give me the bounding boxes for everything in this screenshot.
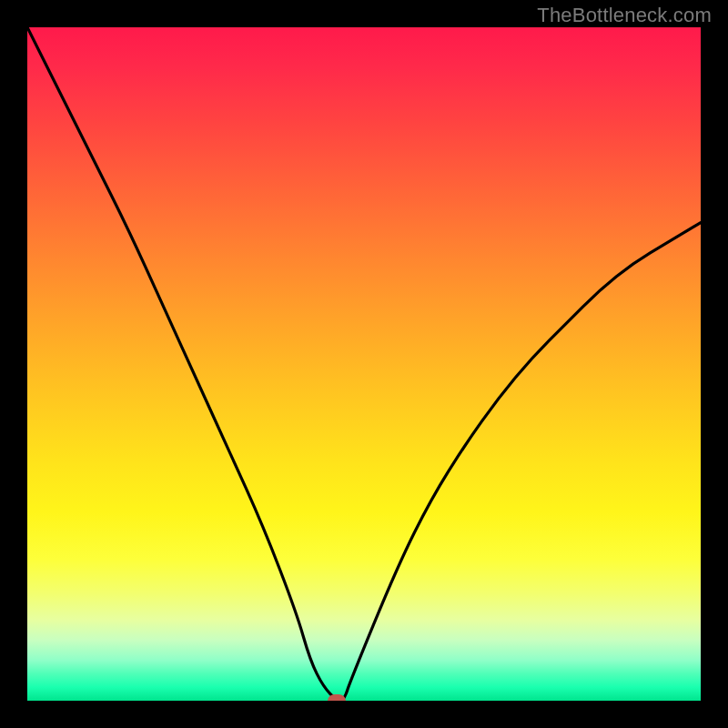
- plot-area: [27, 27, 701, 701]
- bottleneck-curve: [27, 27, 701, 701]
- chart-frame: TheBottleneck.com: [0, 0, 728, 728]
- optimum-marker-icon: [328, 694, 346, 701]
- watermark-text: TheBottleneck.com: [537, 4, 712, 27]
